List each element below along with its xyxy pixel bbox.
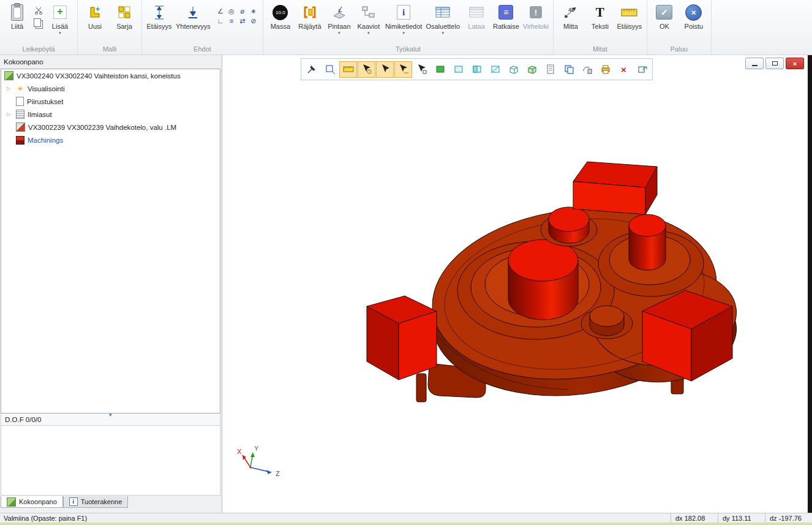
dropdown-arrow-icon: ▾ [59,31,61,34]
to-surface-button[interactable]: Pintaan ▾ [325,1,354,34]
distance-constraint-button[interactable]: Etäisyys [145,1,174,30]
paste-button[interactable]: Liitä [2,1,32,30]
select-cursor-icon[interactable] [376,61,394,78]
plus-icon: + [53,6,67,19]
distance-measure-button[interactable]: Etäisyys [615,1,644,30]
hidden-line-box-icon[interactable] [486,61,504,78]
expander-icon[interactable]: ▷ [7,86,10,91]
coincidence-icon [186,5,200,20]
svg-text:+: + [96,6,100,13]
measure-ruler-icon[interactable] [339,61,357,78]
print-view-icon[interactable] [596,61,614,78]
section-view-icon[interactable] [578,61,596,78]
tree-item-assembly-root[interactable]: VX3002240 VX3002240 Vaihteiston kansi, k… [1,69,220,82]
status-dz: dz -197.76 [765,513,812,523]
shaded-cube-icon[interactable] [523,61,541,78]
model-leg-left[interactable] [416,374,426,402]
parts-list-button[interactable]: Osaluettelo ▾ [424,1,462,34]
group-label-clipboard: Leikepöytä [2,45,75,55]
select-face-cursor-icon[interactable] [413,61,430,78]
group-label-model: Malli [80,45,139,55]
diagrams-label: Kaaviot [358,23,380,30]
transparent-box-icon[interactable] [449,61,467,78]
check-icon: ✓ [656,5,672,20]
axis-z-label: Z [276,470,280,477]
ok-button[interactable]: ✓ OK [650,1,679,30]
tree-label: Visualisointi [28,85,65,93]
exit-icon: × [685,4,702,21]
minimize-button[interactable] [745,58,764,69]
dof-value: D.O.F 0/0/0 [5,416,41,423]
text-button[interactable]: T Teksti [585,1,615,30]
series-button[interactable]: Sarja [110,1,139,30]
text-label: Teksti [592,23,609,30]
select-vertex-cursor-icon[interactable] [358,61,375,78]
explode-button[interactable]: Räjäytä [295,1,325,30]
series-icon [118,6,131,19]
assembly-tree[interactable]: VX3002240 VX3002240 Vaihteiston kansi, k… [1,69,220,414]
collapse-handle-icon[interactable]: ▾ [109,412,112,418]
configurations-icon [16,110,24,119]
item-data-label: Nimiketiedot [385,23,423,30]
model-cylinder-right-top[interactable] [629,214,666,236]
symmetry-constraint-icon[interactable]: ∗ [248,6,259,16]
measure-button[interactable]: 45 Mitta [556,1,585,30]
ribbon-group-return: ✓ OK × Poistu Paluu [647,0,712,55]
mass-icon: 10.0 [273,5,288,20]
mass-button[interactable]: 10.0 Massa [266,1,295,30]
diameter-constraint-icon[interactable]: ⌀ [237,6,248,16]
load-button[interactable]: Lataa [462,1,491,30]
close-button[interactable]: × [786,58,804,69]
3d-viewport[interactable]: X Y Z [222,55,808,513]
machining-block-left[interactable] [367,296,437,380]
solve-button[interactable]: ≡ Ratkaise [491,1,521,30]
close-icon: × [793,60,797,67]
zoom-area-icon[interactable] [321,61,339,78]
coincidence-button[interactable]: Yhtenevyys [174,1,212,30]
tab-tuoterakenne[interactable]: i Tuoterakenne [63,496,128,508]
diagrams-button[interactable]: Kaaviot ▾ [354,1,383,34]
dof-detail-area [1,426,220,496]
ribbon-group-tools: 10.0 Massa Räjäytä [263,0,554,55]
angle-constraint-icon[interactable]: ∠ [215,6,226,16]
error-log-button[interactable]: ! Virheloki [521,1,551,30]
perpendicular-constraint-icon[interactable]: ∟ [215,16,226,26]
tree-item-visualisointi[interactable]: ▷ ☀ Visualisointi [1,82,220,95]
status-dx: dx 182.08 [671,513,718,523]
tangent-constraint-icon[interactable]: ⊘ [248,16,259,26]
model-geometry[interactable] [367,162,742,411]
delete-geometry-icon[interactable]: × [615,61,633,78]
feature-list-icon[interactable] [541,61,559,78]
shaded-solid-icon[interactable] [431,61,449,78]
tab-kokoonpano[interactable]: Kokoonpano [1,496,63,508]
tree-item-part-vx3002239[interactable]: VX3002239 VX3002239 Vaihdekotelo, valu .… [1,121,220,134]
new-button[interactable]: + Uusi [80,1,110,30]
machinings-icon [16,136,24,145]
concentric-constraint-icon[interactable]: ◎ [226,6,237,16]
dof-bar: ▾ D.O.F 0/0/0 [1,414,220,426]
pin-icon[interactable] [303,61,320,78]
expander-icon[interactable]: ▷ [7,111,10,117]
copy-geometry-icon[interactable] [560,61,577,78]
equal-constraint-icon[interactable]: ⇄ [237,16,248,26]
parallel-constraint-icon[interactable]: ≡ [226,16,237,26]
status-bar: Valmiina (Opaste: paina F1) dx 182.08 dy… [0,513,812,523]
exit-button[interactable]: × Poistu [679,1,709,30]
tree-item-piirustukset[interactable]: Piirustukset [1,95,220,108]
wireframe-cube-icon[interactable] [505,61,522,78]
3d-model-canvas[interactable]: X Y Z [222,55,808,513]
add-button[interactable]: + Lisää ▾ [45,1,75,34]
maximize-button[interactable] [765,58,784,69]
tree-item-ilmiasut[interactable]: ▷ Ilmiasut [1,108,220,121]
halfshade-box-icon[interactable] [468,61,486,78]
export-geometry-icon[interactable] [633,61,651,78]
distance-constraint-icon [153,4,165,21]
copy-button[interactable] [33,18,44,29]
tree-label: VX3002239 VX3002239 Vaihdekotelo, valu .… [28,124,176,131]
select-edge-cursor-icon[interactable] [394,61,412,78]
cut-button[interactable] [33,5,44,16]
machining-block-top[interactable] [573,162,657,214]
item-data-button[interactable]: i Nimiketiedot ▾ [383,1,424,34]
tree-item-machinings[interactable]: Machinings [1,134,220,146]
tree-label: Ilmiasut [28,111,52,118]
